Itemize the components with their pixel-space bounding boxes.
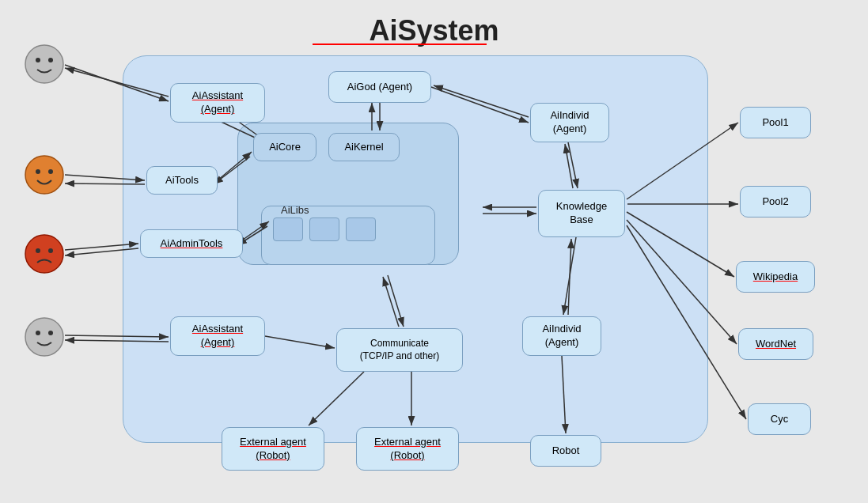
external-agent-2-node: External agent (Robot) — [356, 427, 459, 471]
smiley-top — [24, 43, 65, 85]
ai-tools-node: AiTools — [146, 166, 218, 195]
lib-rect-3 — [346, 217, 376, 241]
svg-point-43 — [25, 235, 63, 273]
ai-assistant-bottom-node: AiAssistant (Agent) — [170, 316, 265, 356]
svg-point-44 — [36, 248, 40, 253]
svg-point-42 — [48, 169, 53, 174]
ai-individ-top-node: AiIndivid (Agent) — [530, 103, 609, 142]
svg-point-37 — [25, 45, 63, 83]
ai-admin-tools-node: AiAdminTools — [140, 229, 243, 258]
lib-rect-1 — [273, 217, 303, 241]
communicate-node: Communicate (TCP/IP and other) — [336, 328, 463, 372]
wikipedia-node: Wikipedia — [736, 261, 815, 293]
external-agent-1-node: External agent (Robot) — [222, 427, 324, 471]
ai-individ-bottom-node: AiIndivid (Agent) — [522, 316, 601, 356]
ai-libs-label: AiLibs — [281, 204, 309, 216]
knowledge-base-node: Knowledge Base — [538, 190, 625, 237]
libs-inner-rects — [273, 217, 376, 241]
ai-core-node: AiCore — [253, 133, 316, 161]
svg-point-41 — [36, 169, 40, 174]
ai-kernel-node: AiKernel — [328, 133, 400, 161]
cyc-node: Cyc — [748, 403, 811, 435]
wordnet-node: WordNet — [738, 328, 813, 360]
svg-point-40 — [25, 156, 63, 194]
svg-point-48 — [48, 331, 53, 335]
lib-rect-2 — [309, 217, 339, 241]
ai-god-node: AiGod (Agent) — [328, 71, 431, 103]
svg-point-39 — [48, 58, 53, 62]
smiley-orange — [24, 154, 65, 195]
diagram-container: AiSystem — [0, 0, 868, 503]
svg-point-47 — [36, 331, 40, 335]
pool1-node: Pool1 — [740, 107, 811, 138]
diagram-title: AiSystem — [369, 14, 498, 47]
smiley-bottom — [24, 316, 65, 357]
robot-node: Robot — [530, 435, 601, 467]
ai-assistant-top-node: AiAssistant (Agent) — [170, 83, 265, 123]
svg-point-38 — [36, 58, 40, 62]
title-underline-decoration — [313, 43, 487, 45]
svg-point-46 — [25, 318, 63, 356]
smiley-red — [24, 233, 65, 274]
svg-point-45 — [48, 248, 53, 253]
pool2-node: Pool2 — [740, 186, 811, 217]
